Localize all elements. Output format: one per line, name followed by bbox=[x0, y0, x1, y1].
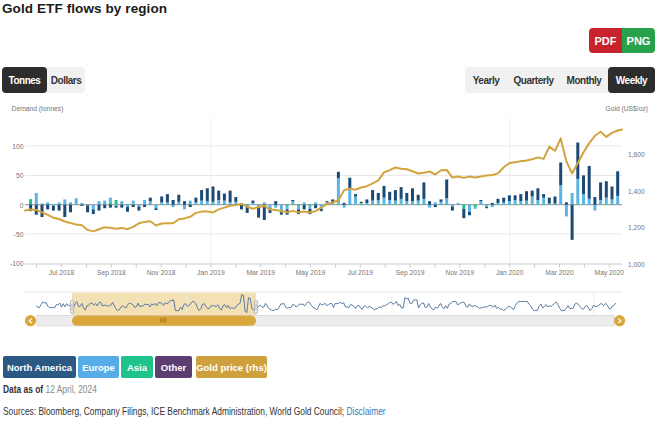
svg-text:May 2020: May 2020 bbox=[595, 267, 624, 277]
svg-text:1,200: 1,200 bbox=[628, 223, 645, 233]
svg-text:1,000: 1,000 bbox=[628, 259, 645, 269]
svg-text:100: 100 bbox=[12, 141, 23, 151]
svg-text:50: 50 bbox=[16, 171, 23, 181]
svg-text:Mar 2019: Mar 2019 bbox=[247, 267, 275, 277]
svg-text:Demand (tonnes): Demand (tonnes) bbox=[12, 103, 64, 113]
svg-text:Sep 2018: Sep 2018 bbox=[97, 267, 126, 277]
svg-text:1,400: 1,400 bbox=[628, 186, 645, 196]
svg-text:May 2019: May 2019 bbox=[296, 267, 325, 277]
svg-text:Jul 2019: Jul 2019 bbox=[348, 267, 373, 277]
svg-text:-100: -100 bbox=[10, 259, 23, 269]
svg-text:Jul 2018: Jul 2018 bbox=[49, 267, 74, 277]
svg-text:Jan 2019: Jan 2019 bbox=[197, 267, 225, 277]
svg-text:-50: -50 bbox=[14, 229, 24, 239]
svg-text:Sep 2019: Sep 2019 bbox=[396, 267, 425, 277]
svg-text:Gold (US$/oz): Gold (US$/oz) bbox=[605, 103, 648, 113]
svg-text:Nov 2018: Nov 2018 bbox=[147, 267, 176, 277]
svg-text:Jan 2020: Jan 2020 bbox=[496, 267, 524, 277]
svg-text:Mar 2020: Mar 2020 bbox=[545, 267, 573, 277]
svg-text:1,600: 1,600 bbox=[628, 150, 645, 160]
svg-text:Nov 2019: Nov 2019 bbox=[446, 267, 475, 277]
svg-text:0: 0 bbox=[20, 200, 24, 210]
